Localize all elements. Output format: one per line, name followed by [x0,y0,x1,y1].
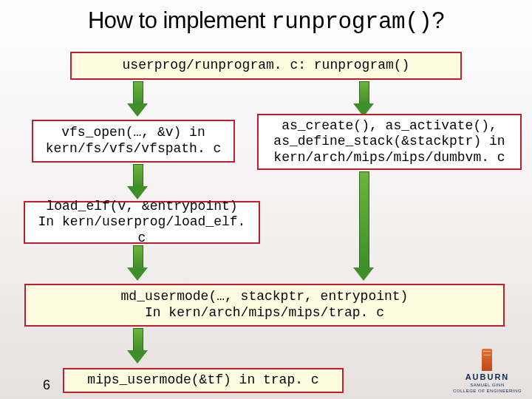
box-as-text: as_create(), as_activate(), as_define_st… [273,118,505,166]
arrow-icon [127,328,148,365]
tower-icon [482,349,492,371]
box-mips-usermode: mips_usermode(&tf) in trap. c [63,368,344,393]
box-mips-usermode-text: mips_usermode(&tf) in trap. c [87,372,318,389]
box-vfs-open-text: vfs_open(…, &v) in kern/fs/vfs/vfspath. … [46,125,222,157]
box-md-usermode-text: md_usermode(…, stackptr, entrypoint) In … [121,289,409,321]
logo-name: AUBURN [453,372,522,381]
arrow-icon [127,245,148,282]
box-as-functions: as_create(), as_activate(), as_define_st… [257,114,522,170]
title-text-right: ? [432,7,444,33]
box-runprogram-text: userprog/runprogram. c: runprogram() [123,58,410,74]
auburn-logo: AUBURN SAMUEL GINN COLLEGE OF ENGINEERIN… [453,349,522,393]
slide-title: How to implement runprogram()? [0,0,532,35]
logo-sub1: SAMUEL GINN [453,383,522,387]
box-runprogram: userprog/runprogram. c: runprogram() [70,52,462,80]
slide-number: 6 [43,378,50,393]
title-text-left: How to implement [88,7,271,33]
title-code: runprogram() [271,9,432,35]
box-vfs-open: vfs_open(…, &v) in kern/fs/vfs/vfspath. … [32,120,235,163]
box-load-elf: load_elf(v, &entrypoint) In kern/userpro… [24,201,260,244]
box-md-usermode: md_usermode(…, stackptr, entrypoint) In … [24,284,505,327]
arrow-icon [127,164,148,201]
slide-number-text: 6 [43,378,50,392]
arrow-icon [353,171,374,282]
arrow-icon [353,81,374,118]
arrow-icon [127,81,148,118]
box-load-elf-text: load_elf(v, &entrypoint) In kern/userpro… [31,199,253,247]
logo-sub2: COLLEGE OF ENGINEERING [453,389,522,393]
